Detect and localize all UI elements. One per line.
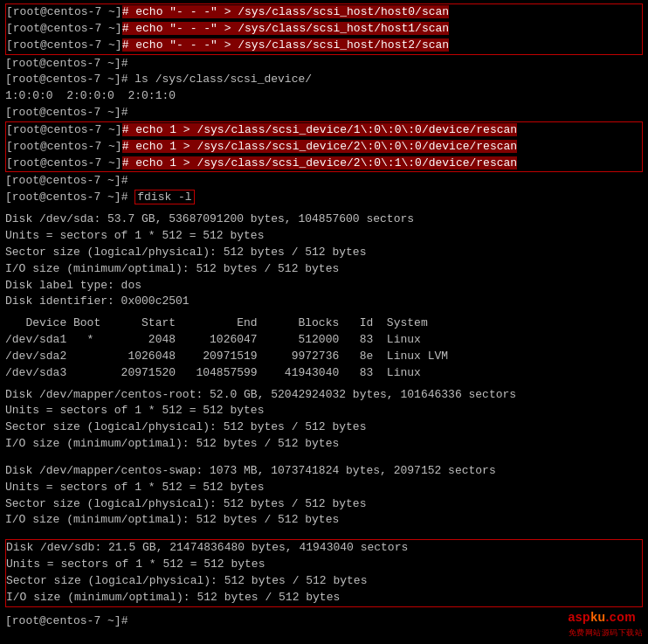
centos-root-1: Disk /dev/mapper/centos-root: 52.0 GB, 5… (5, 387, 643, 404)
watermark: aspku.com 免费网站源码下载站 (569, 610, 644, 639)
watermark-text: asp (569, 610, 591, 624)
sda-info-3: Sector size (logical/physical): 512 byte… (5, 245, 643, 261)
centos-root-3: Sector size (logical/physical): 512 byte… (5, 419, 643, 436)
centos-root-4: I/O size (minimum/optimal): 512 bytes / … (5, 436, 643, 453)
table-row-sda1: /dev/sda1 * 2048 1026047 512000 83 Linux (5, 332, 643, 349)
watermark-subtitle: 免费网站源码下载站 (569, 628, 644, 637)
sda-info-4: I/O size (minimum/optimal): 512 bytes / … (5, 261, 643, 278)
sdb-info-3: Sector size (logical/physical): 512 byte… (6, 573, 642, 590)
table-header: Device Boot Start End Blocks Id System (5, 315, 643, 332)
sda-info-6: Disk identifier: 0x000c2501 (5, 294, 643, 310)
centos-swap-1: Disk /dev/mapper/centos-swap: 1073 MB, 1… (5, 463, 643, 480)
centos-root-2: Units = sectors of 1 * 512 = 512 bytes (5, 403, 643, 419)
table-row-sda3: /dev/sda3 20971520 104857599 41943040 83… (5, 365, 643, 382)
prompt-line-6: [root@centos-7 ~]# (5, 105, 643, 121)
centos-swap-2: Units = sectors of 1 * 512 = 512 bytes (5, 480, 643, 496)
cmd-line-1: [root@centos-7 ~]# echo "- - -" > /sys/c… (6, 4, 642, 21)
cmd-rescan-1: [root@centos-7 ~]# echo 1 > /sys/class/s… (6, 122, 642, 139)
prompt-line-4: [root@centos-7 ~]# (5, 56, 643, 73)
centos-swap-3: Sector size (logical/physical): 512 byte… (5, 496, 643, 513)
cmd-line-2: [root@centos-7 ~]# echo "- - -" > /sys/c… (6, 21, 642, 38)
cmd-fdisk: [root@centos-7 ~]# fdisk -l (5, 190, 643, 206)
output-ls: 1:0:0:0 2:0:0:0 2:0:1:0 (5, 88, 643, 105)
prompt-line-7: [root@centos-7 ~]# (5, 173, 643, 190)
sdb-info-2: Units = sectors of 1 * 512 = 512 bytes (6, 557, 642, 573)
cmd-rescan-2: [root@centos-7 ~]# echo 1 > /sys/class/s… (6, 139, 642, 156)
cmd-rescan-3: [root@centos-7 ~]# echo 1 > /sys/class/s… (6, 156, 642, 172)
final-prompt: [root@centos-7 ~]# (5, 613, 643, 630)
sdb-info-1: Disk /dev/sdb: 21.5 GB, 21474836480 byte… (6, 540, 642, 557)
sda-info-5: Disk label type: dos (5, 278, 643, 294)
sda-info-2: Units = sectors of 1 * 512 = 512 bytes (5, 228, 643, 245)
cmd-line-3: [root@centos-7 ~]# echo "- - -" > /sys/c… (6, 38, 642, 54)
centos-swap-4: I/O size (minimum/optimal): 512 bytes / … (5, 512, 643, 529)
sdb-info-4: I/O size (minimum/optimal): 512 bytes / … (6, 590, 642, 606)
watermark-ku: ku (590, 610, 605, 624)
table-row-sda2: /dev/sda2 1026048 20971519 9972736 8e Li… (5, 349, 643, 365)
sda-info-1: Disk /dev/sda: 53.7 GB, 53687091200 byte… (5, 211, 643, 228)
terminal: [root@centos-7 ~]# echo "- - -" > /sys/c… (0, 0, 648, 644)
watermark-domain: .com (605, 610, 636, 624)
cmd-line-5: [root@centos-7 ~]# ls /sys/class/scsi_de… (5, 72, 643, 88)
